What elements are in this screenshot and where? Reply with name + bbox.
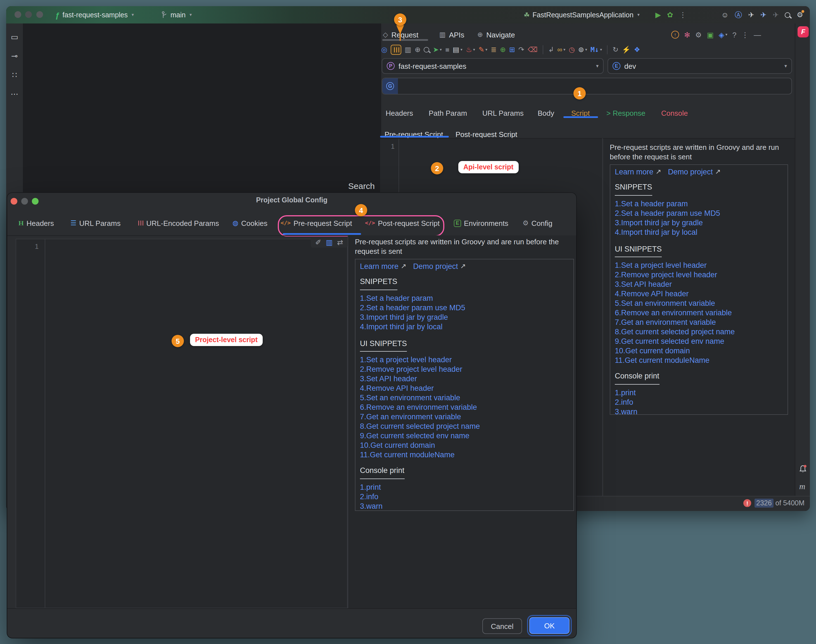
environment-select[interactable]: E dev ▾ [608, 58, 792, 74]
demo-project-link[interactable]: Demo project [413, 262, 458, 271]
tab-response[interactable]: > Response [606, 109, 646, 117]
edit-doc-icon[interactable]: ✎▾ [478, 46, 487, 54]
more-icon[interactable]: ⋮ [741, 31, 749, 38]
snippet-link[interactable]: 1.Set a header param [615, 199, 783, 208]
project-select[interactable]: P fast-request-samples ▾ [382, 58, 604, 74]
ui-snippet-link[interactable]: 1.Set a project level header [360, 355, 569, 365]
memory-indicator[interactable]: 2326 of 5400M [755, 499, 805, 507]
console-snippet-link[interactable]: 3.warn [615, 407, 783, 415]
ip-scan-icon[interactable]: ◎ [381, 46, 387, 54]
global-config-icon[interactable]: ⊕ [500, 46, 506, 54]
domain-config-icon[interactable]: ≣ [491, 46, 497, 54]
dialog-tab-url-params[interactable]: ☰URL Params [70, 218, 121, 228]
deploy-disabled-icon[interactable]: ✈ [773, 11, 779, 18]
ui-snippet-link[interactable]: 6.Remove an environment variable [615, 308, 783, 317]
ui-snippet-link[interactable]: 9.Get current selected env name [360, 431, 569, 440]
console-snippet-link[interactable]: 3.warn [360, 501, 569, 511]
ui-snippet-link[interactable]: 5.Set an environment variable [615, 299, 783, 308]
import-curl-icon[interactable]: ↲ [548, 46, 554, 54]
ui-snippet-link[interactable]: 10.Get current domain [615, 346, 783, 356]
dialog-tab-config[interactable]: ⚙Config [522, 218, 553, 228]
ui-snippet-link[interactable]: 7.Get an environment variable [615, 317, 783, 327]
copy-icon[interactable]: ⊞ [509, 46, 515, 54]
tab-apis[interactable]: ▥ APIs [439, 28, 464, 41]
close-window-button[interactable] [15, 11, 21, 18]
demo-project-link[interactable]: Demo project [668, 168, 713, 176]
cancel-button[interactable]: Cancel [482, 618, 522, 634]
notifications-bell-icon[interactable] [799, 465, 807, 474]
clear-cache-icon[interactable]: ⌫ [528, 46, 537, 54]
ui-snippet-link[interactable]: 6.Remove an environment variable [360, 403, 569, 412]
ui-snippet-link[interactable]: 2.Remove project level header [360, 365, 569, 374]
help-icon[interactable]: ? [732, 31, 736, 38]
open-folder-icon[interactable]: ▥ [326, 239, 333, 246]
dialog-tab-environments[interactable]: EEnvironments [454, 218, 508, 228]
method-badge[interactable]: G [382, 78, 398, 94]
project-script-editor[interactable]: 1 [16, 239, 348, 608]
snippet-link[interactable]: 4.Import third jar by local [360, 322, 569, 331]
save-icon[interactable]: ▤▾ [453, 46, 462, 54]
tab-path-param[interactable]: Path Param [429, 109, 467, 117]
deploy-icon[interactable]: ✈ [748, 11, 754, 18]
error-indicator-icon[interactable]: ! [743, 499, 751, 507]
magic-wand-icon[interactable]: ✐ [315, 239, 322, 246]
layers-icon[interactable]: ◈▾ [719, 31, 727, 38]
markdown-export-icon[interactable]: M↓▾ [591, 46, 602, 54]
ui-snippet-link[interactable]: 3.Set API header [360, 374, 569, 383]
dialog-tab-headers[interactable]: HHeaders [18, 218, 54, 228]
learn-more-link[interactable]: Learn more [360, 262, 398, 271]
deploy-alt-icon[interactable]: ✈ [760, 11, 767, 18]
minimize-window-button[interactable] [25, 11, 32, 18]
minimize-icon[interactable]: — [754, 31, 761, 38]
snippet-link[interactable]: 3.Import third jar by gradle [615, 218, 783, 227]
toolbar-scrollbar[interactable] [382, 39, 428, 41]
search-api-icon[interactable] [424, 47, 430, 52]
locate-api-icon[interactable]: ⊕ [415, 46, 421, 54]
tab-url-params[interactable]: URL Params [482, 109, 524, 117]
refresh-icon[interactable]: ↻ [612, 46, 619, 54]
flame-export-icon[interactable]: ♨▾ [466, 46, 475, 54]
copy-link-icon[interactable]: ∞▾ [557, 46, 565, 54]
ui-snippet-link[interactable]: 3.Set API header [615, 279, 783, 289]
console-snippet-link[interactable]: 2.info [360, 492, 569, 501]
console-snippet-link[interactable]: 1.print [360, 482, 569, 492]
extension-icon[interactable]: ❖ [634, 46, 640, 54]
debug-icon[interactable]: ✿ [667, 11, 673, 18]
snippet-link[interactable]: 2.Set a header param use MD5 [615, 208, 783, 218]
tab-headers[interactable]: Headers [386, 109, 413, 117]
history-icon[interactable]: ◷ [569, 46, 575, 54]
snippet-link[interactable]: 1.Set a header param [360, 293, 569, 303]
slack-icon[interactable]: ✻ [684, 31, 690, 38]
upgrade-icon[interactable]: ↑ [671, 31, 679, 38]
project-folder-icon[interactable]: ▭ [11, 33, 18, 41]
connect-icon[interactable]: ⚡ [622, 46, 631, 54]
run-configuration[interactable]: ☘ FastRequestSamplesApplication ▾ [524, 6, 640, 23]
commit-icon[interactable]: ⊸ [11, 52, 18, 60]
console-snippet-link[interactable]: 2.info [615, 397, 783, 407]
ui-snippet-link[interactable]: 11.Get current moduleName [615, 356, 783, 365]
ui-snippet-link[interactable]: 5.Set an environment variable [360, 393, 569, 403]
console-snippet-link[interactable]: 1.print [615, 388, 783, 397]
zoom-window-button[interactable] [36, 11, 43, 18]
ui-snippet-link[interactable]: 8.Get current selected project name [360, 422, 569, 431]
snippet-link[interactable]: 2.Set a header param use MD5 [360, 303, 569, 312]
soft-wrap-icon[interactable]: ⇄ [337, 239, 343, 246]
fast-request-logo-icon[interactable]: F [798, 26, 809, 37]
more-tools-icon[interactable]: ⋯ [11, 90, 18, 98]
project-widget[interactable]: ƒ fast-request-samples ▾ [55, 6, 134, 23]
tab-body[interactable]: Body [538, 109, 554, 117]
ide-settings-icon[interactable]: ⚙ [797, 11, 803, 18]
github-icon[interactable]: ⊚▾ [578, 46, 587, 54]
dialog-tab-url-encoded-params[interactable]: ☰URL-Encoded Params [138, 218, 219, 228]
send-request-icon[interactable]: ➤▾ [433, 46, 442, 54]
api-settings-icon[interactable]: ☰ [391, 45, 401, 55]
search-icon[interactable] [785, 12, 791, 18]
tab-navigate[interactable]: ⊕ Navigate [477, 28, 515, 41]
undo-icon[interactable]: ↷ [518, 46, 524, 54]
maven-indicator[interactable]: m [799, 482, 805, 491]
tab-console[interactable]: Console [661, 109, 688, 117]
snippet-link[interactable]: 3.Import third jar by gradle [360, 312, 569, 322]
ui-snippet-link[interactable]: 11.Get current moduleName [360, 450, 569, 460]
ui-snippet-link[interactable]: 1.Set a project level header [615, 261, 783, 270]
api-stats-icon[interactable]: ▥ [405, 46, 411, 54]
